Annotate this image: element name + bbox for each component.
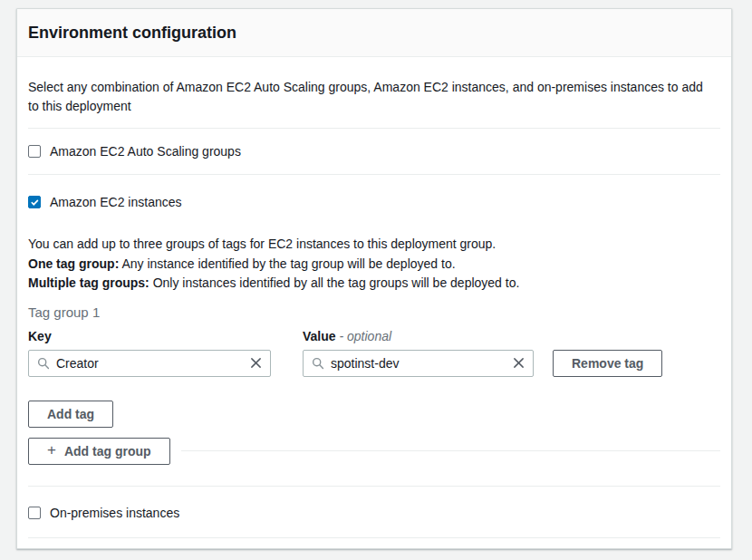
section-divider	[28, 486, 720, 487]
help-line-3: Multiple tag groups: Only instances iden…	[28, 274, 720, 294]
add-tag-button[interactable]: Add tag	[28, 401, 113, 428]
value-clear-button[interactable]	[505, 357, 533, 369]
plus-icon: +	[47, 441, 56, 459]
remove-tag-button[interactable]: Remove tag	[553, 350, 662, 377]
panel-body: Select any combination of Amazon EC2 Aut…	[17, 78, 731, 552]
help-line-2: One tag group: Any instance identified b…	[28, 255, 720, 275]
section-divider	[28, 174, 720, 175]
environment-configuration-panel: Environment configuration Select any com…	[16, 8, 732, 549]
value-input[interactable]	[331, 356, 505, 371]
add-tag-group-row: + Add tag group	[28, 438, 720, 465]
panel-title: Environment configuration	[28, 24, 720, 43]
tag-group-title: Tag group 1	[28, 304, 720, 320]
value-label: Value - optional	[303, 329, 534, 343]
option-row-ec2-instances[interactable]: Amazon EC2 instances	[28, 188, 720, 216]
value-input-box[interactable]	[303, 350, 534, 377]
key-input-box[interactable]	[28, 350, 271, 377]
on-premises-checkbox[interactable]	[28, 507, 41, 519]
key-input[interactable]	[56, 356, 242, 371]
tag-fields-row: Key	[28, 329, 720, 377]
check-icon	[30, 198, 40, 208]
close-icon	[513, 357, 525, 369]
auto-scaling-groups-label[interactable]: Amazon EC2 Auto Scaling groups	[50, 144, 241, 159]
help-line-1: You can add up to three groups of tags f…	[28, 235, 720, 255]
option-row-auto-scaling-groups[interactable]: Amazon EC2 Auto Scaling groups	[28, 138, 720, 165]
ec2-instances-checkbox[interactable]	[28, 196, 41, 208]
horizontal-rule	[181, 450, 720, 451]
panel-description: Select any combination of Amazon EC2 Aut…	[28, 78, 717, 116]
key-label: Key	[28, 329, 271, 343]
ec2-tags-help-text: You can add up to three groups of tags f…	[28, 235, 720, 294]
ec2-instances-label[interactable]: Amazon EC2 instances	[50, 195, 182, 209]
add-tag-group-label: Add tag group	[64, 444, 151, 459]
section-divider	[28, 537, 720, 538]
value-field: Value - optional	[303, 329, 534, 377]
key-field: Key	[28, 329, 271, 377]
panel-header: Environment configuration	[17, 9, 731, 57]
section-divider	[28, 128, 720, 129]
on-premises-label[interactable]: On-premises instances	[50, 506, 179, 520]
add-tag-group-button[interactable]: + Add tag group	[28, 438, 170, 465]
search-icon	[312, 357, 324, 370]
value-optional-label: - optional	[339, 329, 391, 343]
key-clear-button[interactable]	[242, 357, 270, 369]
auto-scaling-groups-checkbox[interactable]	[28, 145, 41, 158]
search-icon	[37, 357, 50, 370]
option-row-on-premises[interactable]: On-premises instances	[28, 499, 720, 526]
close-icon	[250, 357, 262, 369]
